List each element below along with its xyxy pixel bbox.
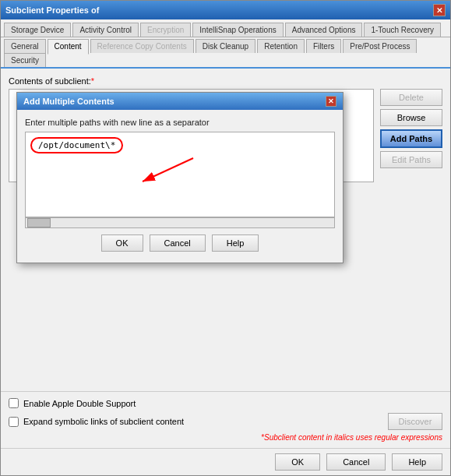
help-button[interactable]: Help [392,453,442,471]
dialog-help-button[interactable]: Help [212,234,259,252]
tab-prepost-process[interactable]: Pre/Post Process [343,39,417,53]
dialog-title-text: Add Multiple Contents [23,97,115,106]
add-multiple-contents-dialog: Add Multiple Contents ✕ Enter multiple p… [16,92,344,263]
tab-reference-copy[interactable]: Reference Copy Contents [90,39,194,53]
bottom-section: Enable Apple Double Support Expand symbo… [1,391,450,448]
tab-row-2: General Content Reference Copy Contents … [1,37,450,69]
red-arrow [127,154,197,193]
add-paths-button[interactable]: Add Paths [380,129,442,148]
apple-double-checkbox[interactable] [9,398,19,408]
dialog-title-bar: Add Multiple Contents ✕ [17,93,343,110]
tab-advanced-options[interactable]: Advanced Options [285,23,363,37]
tab-disk-cleanup[interactable]: Disk Cleanup [196,39,255,53]
tab-1touch-recovery[interactable]: 1-Touch Recovery [364,23,441,37]
delete-button[interactable]: Delete [380,89,442,106]
path-value-oval: /opt/document\* [30,137,123,153]
dialog-buttons: OK Cancel Help [25,228,335,255]
ok-button[interactable]: OK [275,453,320,471]
close-button[interactable]: ✕ [433,4,446,16]
apple-double-row: Enable Apple Double Support [9,398,442,408]
tab-row-1: Storage Device Activity Control Encrypti… [1,19,450,37]
italic-note: *Subclient content in italics uses regul… [9,433,442,442]
tab-activity-control[interactable]: Activity Control [72,23,139,37]
dialog-ok-button[interactable]: OK [101,234,143,252]
main-content-area: Contents of subclient:* Delete Browse Ad… [1,69,450,391]
contents-label: Contents of subclient:* [9,76,442,86]
path-value-text: /opt/document\* [38,140,115,150]
dialog-instructions: Enter multiple paths with new line as a … [25,118,335,127]
tab-intellisnap[interactable]: IntelliSnap Operations [192,23,283,37]
title-bar: Subclient Properties of ✕ [1,1,450,19]
dialog-scrollbar-thumb[interactable] [27,218,51,227]
discover-button[interactable]: Discover [388,413,442,430]
tab-encryption[interactable]: Encryption [140,23,191,37]
apple-double-label: Enable Apple Double Support [23,399,136,408]
svg-line-1 [143,158,193,182]
edit-paths-button[interactable]: Edit Paths [380,151,442,168]
tab-storage-device[interactable]: Storage Device [4,23,71,37]
dialog-body: Enter multiple paths with new line as a … [17,110,343,263]
window-title: Subclient Properties of [5,5,99,15]
main-window: Subclient Properties of ✕ Storage Device… [0,0,451,476]
symbolic-links-row: Expand symbolic links of subclient conte… [9,413,442,430]
browse-button[interactable]: Browse [380,109,442,126]
side-buttons: Delete Browse Add Paths Edit Paths [380,89,442,383]
dialog-cancel-button[interactable]: Cancel [150,234,206,252]
symbolic-links-checkbox[interactable] [9,417,19,427]
cancel-button[interactable]: Cancel [326,453,386,471]
path-input-area[interactable]: /opt/document\* [25,132,335,217]
dialog-scrollbar[interactable] [25,217,335,228]
footer-buttons: OK Cancel Help [1,448,450,475]
tab-filters[interactable]: Filters [306,39,341,53]
tab-general[interactable]: General [4,39,46,53]
dialog-close-button[interactable]: ✕ [326,96,336,107]
tab-content[interactable]: Content [48,39,89,55]
tab-security[interactable]: Security [4,53,46,67]
symbolic-links-label: Expand symbolic links of subclient conte… [23,417,184,426]
tab-retention[interactable]: Retention [257,39,305,53]
